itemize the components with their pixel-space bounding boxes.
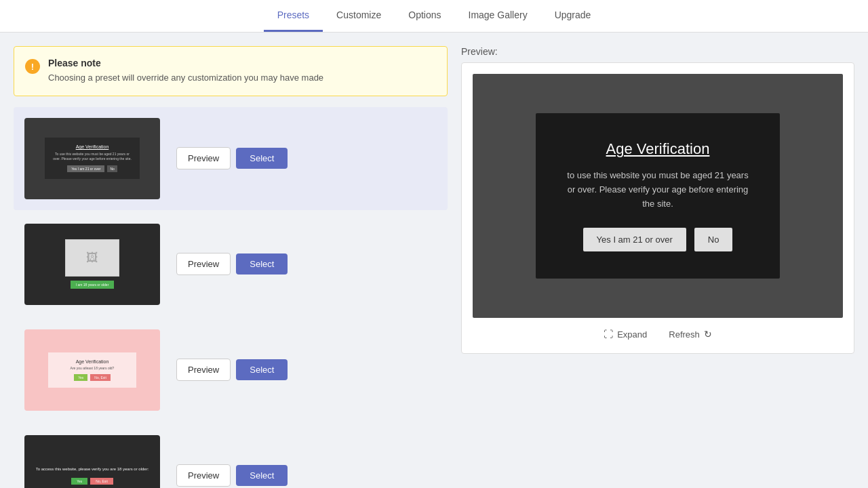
preset-item-3: Age Verification Are you atleast 18 year… bbox=[14, 319, 448, 422]
thumb4-yes: Yes bbox=[71, 478, 87, 485]
preset-thumbnail-2: 🖼 I am 18 years or older bbox=[24, 224, 160, 305]
preset-4-preview-button[interactable]: Preview bbox=[176, 464, 231, 487]
preset-item-2: 🖼 I am 18 years or older Preview Select bbox=[14, 213, 448, 316]
refresh-icon: ↻ bbox=[704, 329, 712, 340]
notice-text: Choosing a preset will override any cust… bbox=[48, 71, 323, 85]
thumb1-no: No bbox=[107, 165, 117, 172]
preset-4-actions: Preview Select bbox=[176, 464, 288, 487]
preview-yes-button[interactable]: Yes I am 21 or over bbox=[583, 228, 686, 251]
thumb4-no: No, Exit bbox=[90, 478, 113, 485]
thumb1-yes: Yes I am 21 or over bbox=[67, 165, 104, 172]
preset-thumbnail-1: Age Verification To use this website you… bbox=[24, 118, 160, 199]
thumb2-btn: I am 18 years or older bbox=[71, 281, 115, 289]
tab-options[interactable]: Options bbox=[395, 0, 454, 32]
preset-thumbnail-3: Age Verification Are you atleast 18 year… bbox=[24, 329, 160, 411]
preset-thumbnail-4: To access this website, please verify yo… bbox=[24, 435, 160, 489]
preset-3-preview-button[interactable]: Preview bbox=[176, 359, 231, 381]
preset-2-preview-button[interactable]: Preview bbox=[176, 253, 231, 275]
preset-2-actions: Preview Select bbox=[176, 253, 288, 275]
tab-image-gallery[interactable]: Image Gallery bbox=[455, 0, 541, 32]
preview-modal-buttons: Yes I am 21 or over No bbox=[563, 228, 753, 251]
preset-3-select-button[interactable]: Select bbox=[236, 359, 288, 380]
expand-button[interactable]: ⛶ Expand bbox=[598, 326, 652, 342]
top-nav: Presets Customize Options Image Gallery … bbox=[0, 0, 868, 33]
warning-icon: ! bbox=[25, 59, 40, 74]
expand-icon: ⛶ bbox=[604, 329, 613, 340]
preview-container: Age Verification to use this website you… bbox=[461, 62, 854, 354]
preview-actions: ⛶ Expand Refresh ↻ bbox=[473, 326, 843, 342]
tab-upgrade[interactable]: Upgrade bbox=[541, 0, 605, 32]
preset-1-select-button[interactable]: Select bbox=[236, 148, 288, 169]
preview-label: Preview: bbox=[461, 46, 854, 57]
expand-label: Expand bbox=[617, 329, 647, 340]
preset-4-select-button[interactable]: Select bbox=[236, 465, 288, 486]
preset-item-1: Age Verification To use this website you… bbox=[14, 107, 448, 210]
tab-presets[interactable]: Presets bbox=[264, 0, 323, 32]
preview-modal-text: to use this website you must be aged 21 … bbox=[563, 169, 753, 211]
presets-list: Age Verification To use this website you… bbox=[14, 107, 448, 489]
preview-modal-title: Age Verification bbox=[563, 140, 753, 158]
preview-frame: Age Verification to use this website you… bbox=[473, 74, 843, 318]
preview-modal: Age Verification to use this website you… bbox=[536, 113, 780, 278]
preset-1-preview-button[interactable]: Preview bbox=[176, 147, 231, 169]
notice-box: ! Please note Choosing a preset will ove… bbox=[14, 46, 448, 96]
thumb2-image-placeholder: 🖼 bbox=[65, 239, 119, 277]
preset-item-4: To access this website, please verify yo… bbox=[14, 424, 448, 489]
right-panel: Preview: Age Verification to use this we… bbox=[461, 46, 854, 488]
thumb3-yes: Yes bbox=[74, 374, 87, 381]
left-panel: ! Please note Choosing a preset will ove… bbox=[14, 46, 448, 488]
preset-2-select-button[interactable]: Select bbox=[236, 253, 288, 274]
preset-3-actions: Preview Select bbox=[176, 359, 288, 381]
refresh-label: Refresh bbox=[669, 329, 700, 340]
preview-no-button[interactable]: No bbox=[694, 228, 733, 251]
preset-1-actions: Preview Select bbox=[176, 147, 288, 169]
tab-customize[interactable]: Customize bbox=[323, 0, 395, 32]
refresh-button[interactable]: Refresh ↻ bbox=[663, 326, 717, 342]
notice-title: Please note bbox=[48, 58, 323, 68]
main-layout: ! Please note Choosing a preset will ove… bbox=[0, 33, 868, 488]
notice-content: Please note Choosing a preset will overr… bbox=[48, 58, 323, 85]
thumb3-no: No, Exit bbox=[90, 374, 111, 381]
